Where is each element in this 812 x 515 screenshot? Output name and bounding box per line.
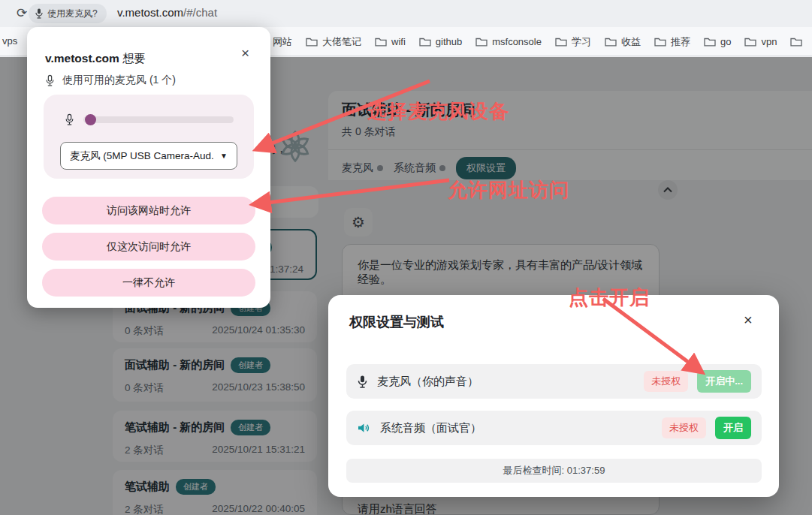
level-meter-track: [83, 116, 234, 123]
mic-permission-label: 麦克风（你的声音）: [377, 375, 635, 389]
mic-enable-button[interactable]: 开启中...: [697, 370, 751, 393]
microphone-icon: [357, 375, 368, 389]
mic-request-row: 使用可用的麦克风 (1 个): [45, 74, 176, 87]
last-check-time: 最后检查时间: 01:37:59: [346, 459, 762, 483]
permission-test-modal: 权限设置与测试 × 麦克风（你的声音） 未授权 开启中... 系统音频（面试官）…: [328, 295, 779, 497]
close-icon[interactable]: ×: [241, 45, 249, 62]
bookmark-folder[interactable]: 推荐: [654, 35, 690, 49]
bookmark-folder[interactable]: vpn: [744, 36, 777, 47]
close-icon[interactable]: ×: [744, 313, 753, 327]
system-audio-permission-row: 系统音频（面试官） 未授权 开启: [346, 411, 762, 445]
folder-icon: [306, 37, 318, 47]
mic-level-meter: [65, 113, 234, 126]
chevron-down-icon: ▼: [220, 152, 228, 160]
folder-icon: [375, 37, 387, 47]
folder-icon: [475, 37, 488, 47]
folder-icon: [790, 37, 802, 47]
reload-icon[interactable]: ⟳: [17, 6, 27, 21]
folder-icon: [704, 37, 716, 47]
url-bar[interactable]: v.metost.com/#/chat: [117, 6, 217, 19]
mic-status-badge: 未授权: [644, 371, 688, 392]
browser-address-bar: ⟳ 使用麦克风? v.metost.com/#/chat: [0, 0, 812, 27]
mic-permission-row: 麦克风（你的声音） 未授权 开启中...: [346, 364, 762, 399]
allow-on-site-button[interactable]: 访问该网站时允许: [42, 197, 255, 224]
mic-request-label: 使用可用的麦克风 (1 个): [62, 74, 176, 87]
mic-device-selected: 麦克风 (5MP USB Camera-Aud...: [70, 149, 214, 163]
folder-icon: [555, 37, 567, 47]
folder-icon: [744, 37, 756, 47]
url-domain: v.metost.com: [117, 6, 183, 19]
popup-site: v.metost.com: [45, 52, 119, 65]
mic-permission-chip[interactable]: 使用麦克风?: [29, 4, 107, 23]
bookmark-folder[interactable]: wifi: [375, 36, 406, 47]
popup-title: v.metost.com 想要: [45, 51, 146, 67]
system-audio-label: 系统音频（面试官）: [380, 421, 653, 435]
browser-window: ⟳ 使用麦克风? v.metost.com/#/chat vps 网站 大佬笔记: [0, 0, 812, 515]
microphone-icon: [35, 8, 44, 19]
speaker-icon: [357, 421, 371, 435]
bookmark-folder[interactable]: go: [704, 36, 731, 47]
modal-title: 权限设置与测试: [349, 313, 444, 331]
mic-permission-chip-label: 使用麦克风?: [47, 8, 98, 20]
annotation-select-mic: 选择麦克风设备: [367, 98, 509, 125]
bookmark-folder-row: 网站 大佬笔记 wifi github msfconsole 学习 收益: [256, 27, 802, 56]
bookmark-folder[interactable]: 收益: [605, 35, 641, 49]
bookmark-folder-clipped[interactable]: [790, 37, 802, 47]
microphone-icon: [65, 113, 74, 126]
system-audio-enable-button[interactable]: 开启: [715, 417, 751, 439]
never-allow-button[interactable]: 一律不允许: [42, 269, 255, 297]
system-audio-status-badge: 未授权: [662, 417, 706, 438]
bookmark-folder[interactable]: msfconsole: [475, 36, 542, 47]
bookmark-folder[interactable]: 学习: [555, 35, 591, 49]
bookmark-folder[interactable]: 大佬笔记: [306, 35, 361, 49]
folder-icon: [654, 37, 666, 47]
browser-mic-permission-popup: v.metost.com 想要 × 使用可用的麦克风 (1 个): [27, 27, 270, 308]
microphone-icon: [45, 74, 55, 87]
annotation-allow-site: 允许网址访问: [448, 177, 569, 203]
annotation-click-open: 点击开启: [569, 285, 650, 311]
bookmark-folder[interactable]: github: [419, 36, 462, 47]
mic-preview-card: 麦克风 (5MP USB Camera-Aud... ▼: [44, 95, 254, 179]
allow-this-time-button[interactable]: 仅这次访问时允许: [42, 233, 255, 261]
mic-device-select[interactable]: 麦克风 (5MP USB Camera-Aud... ▼: [60, 142, 237, 170]
folder-icon: [605, 37, 617, 47]
popup-wants: 想要: [122, 52, 146, 65]
level-meter-dot: [85, 114, 96, 125]
url-path: /#/chat: [183, 6, 217, 19]
bookmark-vps[interactable]: vps: [2, 35, 17, 47]
folder-icon: [419, 37, 431, 47]
